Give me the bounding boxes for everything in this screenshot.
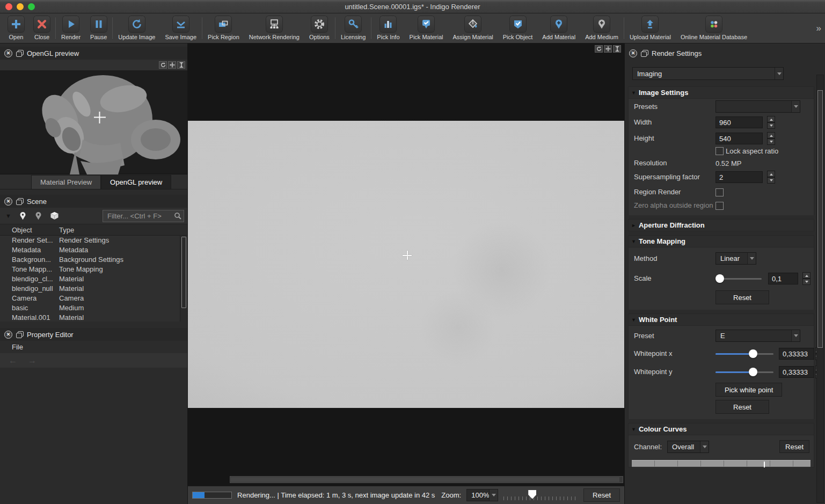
whitepoint-x-input[interactable] [779,348,814,360]
pan-view-icon[interactable] [604,45,612,53]
collapse-tree-icon[interactable]: ▼ [5,213,11,219]
supersampling-input[interactable] [716,171,763,183]
scene-filter-input[interactable] [103,210,184,222]
panel-float-icon[interactable] [641,50,648,56]
white-point-reset-button[interactable]: Reset [716,400,769,414]
zoom-slider[interactable] [503,490,578,501]
toolbar-overflow-chevron[interactable]: » [816,23,820,34]
supersampling-spinner[interactable] [767,171,775,184]
online-material-database-button[interactable]: Online Material Database [676,14,752,42]
tone-mapping-header[interactable]: ▼ Tone Mapping [629,236,814,247]
pause-button[interactable]: Pause [85,14,112,42]
colour-curves-header[interactable]: ▼ Colour Curves [629,423,814,435]
scene-list-scrollbar[interactable] [180,236,187,322]
panel-close-icon[interactable]: ✕ [4,198,12,206]
panel-float-icon[interactable] [16,198,23,204]
pick-material-button[interactable]: Pick Material [405,14,448,42]
pick-white-point-button[interactable]: Pick white point [716,383,782,397]
scene-row[interactable]: blendigo_cl...Material [0,274,187,284]
material-pin-icon[interactable] [19,211,27,221]
minimize-window-button[interactable] [17,3,24,10]
scene-row[interactable]: blendigo_nullMaterial [0,284,187,294]
add-medium-button[interactable]: Add Medium [580,14,623,42]
zoom-level-dropdown[interactable]: 100% [466,489,498,501]
zero-alpha-checkbox[interactable] [716,202,724,210]
pan-view-icon[interactable] [168,61,176,69]
assign-material-button[interactable]: Assign Material [448,14,498,42]
zoom-view-icon[interactable] [613,45,621,53]
close-window-button[interactable] [5,3,12,10]
column-object[interactable]: Object [0,226,59,234]
whitepoint-y-input[interactable] [779,366,814,378]
opengl-preview-viewport[interactable] [0,71,187,174]
horizontal-scrollbar[interactable] [230,476,623,483]
zoom-reset-button[interactable]: Reset [583,488,620,502]
tab-opengl-preview[interactable]: OpenGL preview [101,175,171,189]
channel-dropdown[interactable]: Overall [667,441,709,453]
pick-object-button[interactable]: Pick Object [498,14,538,42]
scene-row[interactable]: CameraCamera [0,294,187,303]
scene-row[interactable]: MetadataMetadata [0,245,187,255]
panel-close-icon[interactable]: ✕ [629,49,637,57]
column-type[interactable]: Type [59,226,74,234]
white-point-header[interactable]: ▼ White Point [629,314,814,326]
image-settings-header[interactable]: ▼ Image Settings [629,87,814,99]
tone-mapping-reset-button[interactable]: Reset [716,290,769,304]
whitepoint-x-slider[interactable] [716,348,773,359]
white-point-preset-dropdown[interactable]: E [716,330,800,342]
rotate-view-icon[interactable] [595,45,603,53]
lock-aspect-ratio-checkbox[interactable] [716,147,724,155]
save-image-button[interactable]: Save Image [160,14,201,42]
medium-pin-icon[interactable] [34,211,42,221]
network-rendering-button[interactable]: Network Rendering [244,14,304,42]
scene-row[interactable]: basicMedium [0,303,187,313]
zoom-view-icon[interactable] [177,61,185,69]
whitepoint-y-handle[interactable] [749,368,757,376]
scene-row[interactable]: Tone Mapp...Tone Mapping [0,265,187,274]
pick-region-button[interactable]: Pick Region [203,14,244,42]
presets-dropdown[interactable] [716,100,800,113]
forward-arrow-icon[interactable]: → [28,356,36,366]
model-cube-icon[interactable] [50,211,59,220]
scale-slider[interactable] [716,273,762,284]
whitepoint-x-handle[interactable] [749,349,757,358]
scale-input[interactable] [768,273,798,284]
licensing-button[interactable]: Licensing [336,14,370,42]
pick-info-button[interactable]: Pick Info [372,14,404,42]
panel-close-icon[interactable]: ✕ [4,331,12,339]
tab-material-preview[interactable]: Material Preview [31,175,101,189]
render-button[interactable]: Render [56,14,85,42]
scene-row[interactable]: Material.001Material [0,313,187,322]
presets-label: Presets [634,103,716,111]
update-image-button[interactable]: Update Image [113,14,160,42]
back-arrow-icon[interactable]: ← [9,356,17,366]
aperture-diffraction-header[interactable]: ► Aperture Diffraction [629,220,814,231]
colour-curve-strip[interactable] [632,460,811,467]
upload-material-button[interactable]: Upload Material [625,14,676,42]
region-render-checkbox[interactable] [716,188,724,196]
height-spinner[interactable] [767,132,775,145]
settings-category-dropdown[interactable]: Imaging [632,67,784,80]
scale-spinner[interactable] [802,272,811,285]
scene-row[interactable]: Backgroun...Background Settings [0,255,187,265]
open-button[interactable]: Open [3,14,29,42]
rendered-image[interactable] [188,121,624,408]
method-dropdown[interactable]: Linear [716,252,756,265]
width-spinner[interactable] [767,116,775,129]
settings-scrollbar[interactable] [816,75,824,503]
whitepoint-y-slider[interactable] [716,367,773,377]
height-input[interactable] [716,133,763,144]
zoom-window-button[interactable] [28,3,35,10]
width-input[interactable] [716,116,763,128]
scale-slider-handle[interactable] [716,274,724,283]
panel-float-icon[interactable] [16,331,23,338]
colour-curves-reset-button[interactable]: Reset [779,440,809,453]
options-button[interactable]: Options [304,14,334,42]
property-editor-file-menu[interactable]: File [0,341,187,353]
close-button[interactable]: Close [29,14,55,42]
panel-close-icon[interactable]: ✕ [4,49,12,57]
scene-row[interactable]: Render Set...Render Settings [0,236,187,245]
rotate-view-icon[interactable] [159,61,167,69]
panel-float-icon[interactable] [16,50,23,56]
add-material-button[interactable]: Add Material [537,14,580,42]
